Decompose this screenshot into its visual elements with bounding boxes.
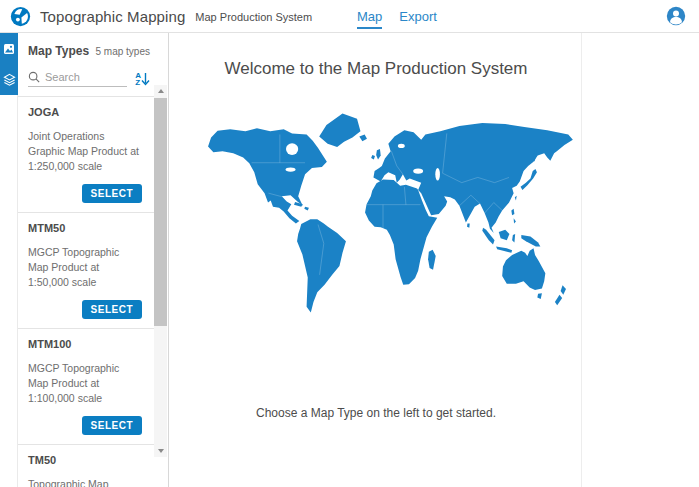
map-type-description: Topographic Map Product at 1:50,000 scal… bbox=[28, 477, 142, 487]
map-type-item-joga: JOGA Joint Operations Graphic Map Produc… bbox=[18, 97, 154, 213]
scroll-down-arrow[interactable] bbox=[154, 445, 167, 457]
map-type-description: MGCP Topographic Map Product at 1:50,000… bbox=[28, 245, 142, 290]
map-products-icon bbox=[3, 43, 15, 55]
search-icon bbox=[28, 71, 40, 83]
search-input[interactable] bbox=[45, 71, 115, 83]
layers-tool-button[interactable] bbox=[0, 64, 18, 95]
search-box bbox=[28, 71, 127, 87]
sort-down-arrow-icon bbox=[141, 72, 150, 86]
map-type-name: JOGA bbox=[28, 106, 142, 118]
select-button-mtm100[interactable]: SELECT bbox=[82, 416, 142, 435]
world-map-image bbox=[192, 103, 574, 365]
main-content: Welcome to the Map Production System bbox=[170, 33, 699, 487]
map-type-description: Joint Operations Graphic Map Product at … bbox=[28, 129, 142, 174]
map-type-name: MTM100 bbox=[28, 338, 142, 350]
sidebar-scrollbar[interactable] bbox=[154, 85, 167, 457]
helper-text: Choose a Map Type on the left to get sta… bbox=[170, 406, 582, 420]
tab-map[interactable]: Map bbox=[357, 0, 382, 33]
map-type-name: TM50 bbox=[28, 454, 142, 466]
map-products-tool-button[interactable] bbox=[0, 33, 18, 64]
app-window: Topographic Mapping Map Production Syste… bbox=[0, 0, 699, 487]
app-title: Topographic Mapping bbox=[40, 8, 185, 25]
map-type-description: MGCP Topographic Map Product at 1:100,00… bbox=[28, 361, 142, 406]
map-type-name: MTM50 bbox=[28, 222, 142, 234]
app-header: Topographic Mapping Map Production Syste… bbox=[0, 0, 699, 33]
panel-title: Map Types bbox=[28, 44, 89, 58]
welcome-heading: Welcome to the Map Production System bbox=[170, 59, 582, 79]
sort-az-button[interactable]: AZ bbox=[135, 72, 150, 86]
header-tabs: Map Export bbox=[357, 0, 437, 33]
map-type-count: 5 map types bbox=[96, 46, 150, 57]
user-avatar-icon[interactable] bbox=[666, 6, 686, 26]
globe-logo-icon bbox=[10, 6, 31, 27]
map-type-item-mtm50: MTM50 MGCP Topographic Map Product at 1:… bbox=[18, 213, 154, 329]
tab-export[interactable]: Export bbox=[399, 0, 437, 33]
left-tool-strip bbox=[0, 33, 18, 487]
scrollbar-thumb[interactable] bbox=[154, 98, 167, 326]
select-button-joga[interactable]: SELECT bbox=[82, 184, 142, 203]
scroll-up-arrow[interactable] bbox=[154, 85, 167, 97]
map-type-item-mtm100: MTM100 MGCP Topographic Map Product at 1… bbox=[18, 329, 154, 445]
map-type-item-tm50: TM50 Topographic Map Product at 1:50,000… bbox=[18, 445, 154, 487]
app-subtitle: Map Production System bbox=[195, 11, 312, 23]
layers-icon bbox=[3, 73, 16, 86]
map-types-panel: Map Types 5 map types AZ bbox=[18, 33, 169, 487]
select-button-mtm50[interactable]: SELECT bbox=[82, 300, 142, 319]
